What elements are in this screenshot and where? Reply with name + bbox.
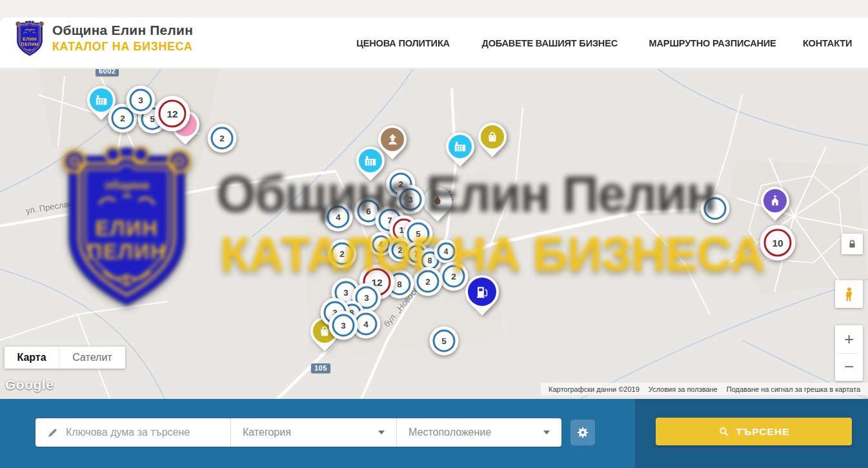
nav-item-contacts[interactable]: КОНТАКТИ (803, 37, 852, 49)
factory-icon (359, 149, 382, 172)
map-cluster[interactable]: 10 (760, 225, 796, 261)
municipal-coat-of-arms-icon (14, 19, 45, 57)
cluster-ring: 5 (433, 330, 456, 352)
gear-icon (576, 425, 590, 440)
nav-item-routes[interactable]: МАРШРУТНО РАЗПИСАНИЕ (649, 37, 776, 49)
map-marker-factory[interactable] (445, 132, 475, 169)
zoom-in-button[interactable]: + (835, 325, 863, 353)
cluster-ring: 4 (355, 313, 378, 336)
cluster-ring: 2 (331, 243, 354, 265)
map-attribution: Картографски данни ©2019 Условия за полз… (541, 383, 868, 395)
map-type-control: Карта Сателит (5, 347, 125, 369)
search-box: Категория Местоположение (35, 418, 561, 447)
pegman-icon (841, 286, 858, 303)
map-cluster[interactable] (701, 194, 730, 223)
map-cluster[interactable]: 3 (329, 311, 358, 340)
map-cluster[interactable]: 12 (155, 96, 190, 132)
category-dropdown[interactable]: Категория (231, 418, 396, 447)
cluster-ring: 2 (211, 127, 234, 150)
google-logo[interactable]: Google (5, 377, 54, 392)
map-copyright: Картографски данни ©2019 (544, 385, 644, 393)
lock-icon (847, 239, 858, 250)
map-marker-flame[interactable] (423, 187, 452, 224)
map-cluster[interactable]: 2 (439, 262, 469, 291)
terms-link[interactable]: Условия за ползване (644, 385, 722, 393)
site-subtitle: КАТАЛОГ НА БИЗНЕСА (52, 40, 193, 54)
report-error-link[interactable]: Подаване на сигнал за грешка в картата (722, 385, 865, 393)
zoom-control: + − (835, 325, 863, 381)
site-logo[interactable]: Община Елин Пелин КАТАЛОГ НА БИЗНЕСА (14, 19, 193, 57)
cluster-ring: 12 (159, 100, 187, 128)
fuel-icon (468, 278, 496, 306)
search-button[interactable]: ТЪРСЕНЕ (656, 418, 852, 445)
advanced-settings-button[interactable] (570, 420, 595, 445)
road-number-label: 105 (311, 363, 330, 373)
map-type-map-button[interactable]: Карта (5, 347, 59, 369)
lock-button[interactable] (842, 234, 863, 254)
pegman-button[interactable] (835, 280, 863, 308)
main-nav: ЦЕНОВА ПОЛИТИКАДОБАВЕТЕ ВАШИЯТ БИЗНЕСМАР… (350, 17, 852, 68)
cluster-ring: 2 (417, 270, 439, 293)
cluster-ring: 3 (399, 188, 422, 211)
cluster-ring: 3 (130, 89, 152, 112)
map-marker-bag[interactable] (478, 122, 507, 159)
map-marker-fuel[interactable] (465, 274, 500, 317)
factory-icon (90, 88, 113, 112)
nav-item-pricing[interactable]: ЦЕНОВА ПОЛИТИКА (356, 37, 450, 49)
location-dropdown[interactable]: Местоположение (396, 418, 561, 447)
map-marker-church[interactable] (760, 186, 790, 223)
church-icon (763, 189, 787, 212)
map-cluster[interactable]: 2 (328, 239, 357, 269)
nav-item-add-business[interactable]: ДОБАВЕТЕ ВАШИЯТ БИЗНЕС (481, 37, 618, 49)
search-button-label: ТЪРСЕНЕ (736, 426, 790, 438)
map-marker-factory[interactable] (356, 146, 385, 183)
page-top-strip (0, 0, 868, 17)
search-icon (718, 426, 729, 437)
cluster-ring (704, 198, 727, 220)
map-cluster[interactable]: 4 (434, 239, 458, 263)
map-cluster[interactable]: 4 (324, 203, 353, 232)
factory-icon (449, 135, 472, 158)
search-bar: Категория Местоположение ТЪРСЕНЕ (0, 399, 868, 468)
zoom-out-button[interactable]: − (835, 354, 863, 382)
pencil-icon (46, 427, 59, 439)
map-cluster[interactable]: 5 (430, 327, 459, 356)
google-map[interactable]: 6002105ул. Преславбул. „Новоселци“ 25312… (0, 69, 868, 399)
chevron-down-icon (543, 431, 550, 434)
map-cluster[interactable]: 3 (126, 86, 156, 115)
cluster-ring: 3 (332, 314, 355, 337)
map-cluster[interactable]: 2 (208, 124, 237, 153)
cluster-ring: 2 (443, 265, 465, 288)
bag-icon (481, 125, 504, 148)
site-title: Община Елин Пелин (52, 23, 193, 38)
category-label: Категория (243, 427, 291, 438)
cluster-ring: 4 (327, 206, 350, 229)
site-header: Община Елин Пелин КАТАЛОГ НА БИЗНЕСА ЦЕН… (0, 17, 868, 68)
map-type-satellite-button[interactable]: Сателит (59, 347, 125, 369)
road-number-label: 6002 (96, 69, 119, 76)
cluster-ring: 10 (764, 229, 792, 257)
chevron-down-icon (378, 431, 385, 434)
map-cluster[interactable]: 2 (414, 267, 443, 296)
location-label: Местоположение (409, 427, 491, 438)
keyword-section (35, 418, 231, 447)
keyword-input[interactable] (66, 427, 221, 438)
cluster-ring: 4 (437, 242, 455, 260)
cluster-ring: 4 (372, 235, 390, 253)
flame-icon (426, 190, 449, 213)
